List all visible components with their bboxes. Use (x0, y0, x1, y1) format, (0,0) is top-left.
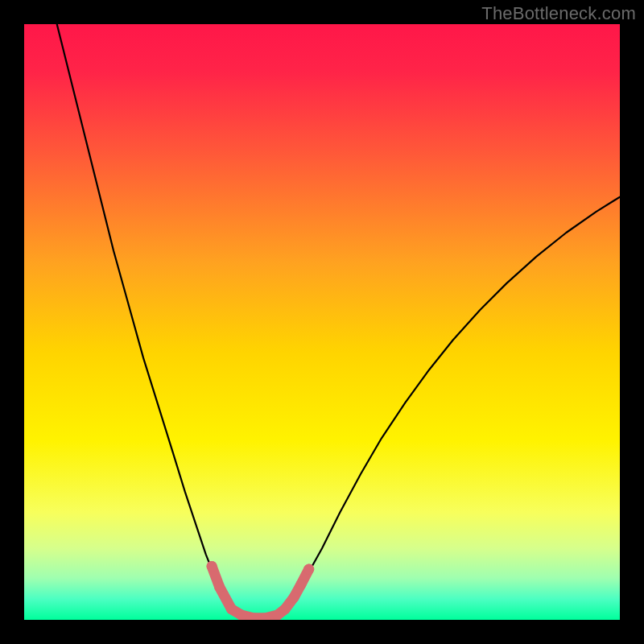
plot-area (24, 24, 620, 620)
marker-dot (289, 592, 299, 602)
marker-dot (296, 579, 307, 589)
watermark-label: TheBottleneck.com (481, 3, 636, 24)
marker-dot (214, 582, 225, 592)
chart-svg (24, 24, 620, 620)
marker-dot (280, 604, 291, 614)
marker-dot (226, 604, 237, 614)
gradient-background (24, 24, 620, 620)
marker-dot (303, 564, 314, 575)
marker-dot (207, 561, 217, 572)
marker-dot (237, 610, 247, 620)
chart-container: TheBottleneck.com (0, 0, 644, 644)
